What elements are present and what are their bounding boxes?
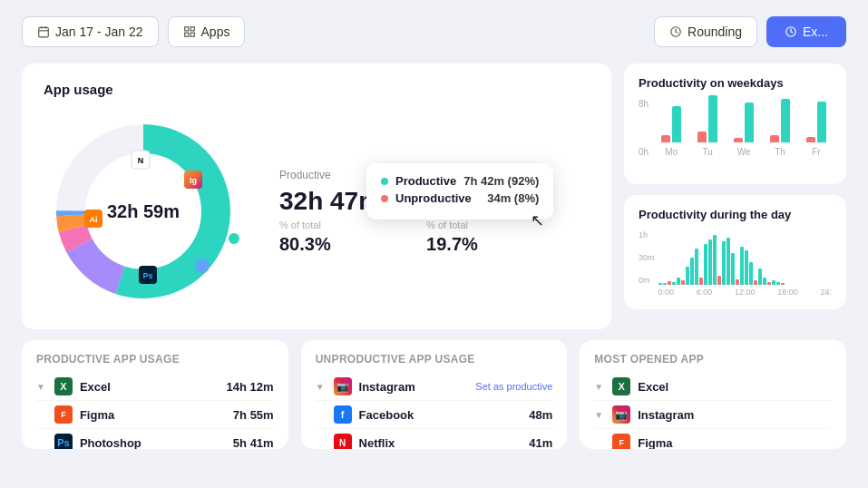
apps-button[interactable]: Apps (168, 16, 246, 47)
most-excel-name: Excel (638, 380, 832, 394)
we-productive-bar (745, 102, 754, 142)
day-x-labels: 0:00 6:00 12:00 18:00 24: (658, 288, 832, 297)
chevron-down-icon-4: ▼ (594, 382, 603, 392)
export-button[interactable]: Ex... (766, 16, 846, 47)
figma-app-name: Figma (80, 408, 226, 422)
bar-group-we: We (728, 102, 759, 157)
weekday-chart-card: Productivity on weekdays 8h 0h Mo (624, 63, 846, 184)
most-opened-figma: ▼ F Figma (594, 429, 832, 449)
grid-icon (183, 25, 196, 38)
list-item-instagram: ▼ 📷 Instagram Set as productive (316, 373, 553, 401)
facebook-app-name: Facebook (359, 408, 522, 422)
tu-unproductive-bar (697, 132, 707, 142)
facebook-time: 48m (529, 408, 552, 422)
most-opened-excel: ▼ X Excel (594, 373, 832, 401)
weekday-bars: Mo Tu (656, 99, 832, 171)
donut-center-time: 32h 59m (107, 201, 180, 222)
ps-spacer: ▼ (36, 438, 45, 448)
unproductive-apps-title: Unproductive app usage (316, 353, 553, 366)
bar-group-mo: Mo (656, 106, 687, 157)
mo-label: Mo (665, 147, 678, 157)
date-range-label: Jan 17 - Jan 22 (55, 24, 143, 39)
most-figma-name: Figma (638, 436, 832, 450)
tooltip-unproductive-row: Unproductive 34m (8%) (381, 191, 539, 205)
list-item-photoshop: ▼ Ps Photoshop 5h 41m (36, 429, 274, 449)
rounding-label: Rounding (688, 24, 742, 39)
bottom-row: Productive app usage ▼ X Excel 14h 12m ▼… (0, 340, 868, 449)
list-item-figma: ▼ F Figma 7h 55m (36, 401, 274, 429)
mo-productive-bar (672, 106, 681, 142)
svg-point-24 (195, 259, 210, 273)
svg-text:N: N (138, 156, 144, 165)
svg-text:Ig: Ig (190, 176, 197, 185)
main-grid: App usage (0, 63, 868, 329)
tu-productive-bar (708, 95, 717, 142)
day-bars-inner (658, 230, 832, 285)
weekday-y-labels: 8h 0h (639, 99, 649, 171)
tooltip-productive-dot (381, 178, 388, 185)
fr-label: Fr (812, 147, 820, 157)
export-label: Ex... (803, 24, 828, 39)
rounding-icon (669, 25, 682, 38)
topbar-right: Rounding Ex... (654, 16, 846, 47)
th-productive-bar (781, 99, 790, 142)
tooltip-unproductive-dot (381, 195, 388, 202)
donut-chart: N Ig Ai Ps (44, 112, 243, 311)
calendar-icon (37, 25, 50, 38)
most-instagram-icon: 📷 (612, 405, 630, 424)
app-usage-card: App usage (22, 63, 611, 329)
we-label: We (737, 147, 751, 157)
right-panel: Productivity on weekdays 8h 0h Mo (624, 63, 846, 329)
set-productive-button[interactable]: Set as productive (475, 381, 552, 392)
day-chart-inner: 1h 30m 0m (639, 230, 832, 297)
photoshop-time: 5h 41m (233, 436, 274, 450)
fr-unproductive-bar (806, 137, 815, 142)
productive-apps-card: Productive app usage ▼ X Excel 14h 12m ▼… (22, 340, 288, 449)
most-opened-card: Most opened app ▼ X Excel ▼ 📷 Instagram … (580, 340, 846, 449)
photoshop-app-name: Photoshop (80, 436, 226, 450)
day-bars (658, 230, 832, 285)
tooltip-productive-label: Productive (395, 174, 456, 188)
date-range-button[interactable]: Jan 17 - Jan 22 (22, 16, 159, 47)
netflix-time: 41m (529, 436, 552, 450)
svg-point-25 (229, 233, 239, 244)
day-y-labels: 1h 30m 0m (639, 230, 655, 285)
mo-unproductive-bar (661, 135, 670, 142)
svg-text:Ps: Ps (142, 271, 152, 280)
we-unproductive-bar (734, 138, 743, 142)
instagram-app-name: Instagram (359, 380, 469, 394)
chevron-down-icon-5: ▼ (594, 410, 603, 420)
apps-label: Apps (201, 24, 230, 39)
tooltip-unproductive-val: 34m (8%) (487, 191, 539, 205)
topbar: Jan 17 - Jan 22 Apps Rounding Ex... (0, 0, 868, 63)
svg-rect-0 (39, 27, 49, 36)
excel-time: 14h 12m (227, 380, 274, 394)
most-excel-icon: X (612, 377, 630, 395)
svg-rect-5 (190, 27, 194, 31)
most-opened-title: Most opened app (594, 353, 832, 366)
unproductive-apps-card: Unproductive app usage ▼ 📷 Instagram Set… (301, 340, 568, 449)
tooltip-productive-val: 7h 42m (92%) (463, 174, 539, 188)
cursor-icon: ↖ (531, 210, 544, 230)
tooltip-unproductive-label: Unproductive (395, 191, 480, 205)
unproductive-pct-label: % of total (426, 220, 514, 230)
chevron-down-icon-3: ▼ (316, 382, 325, 392)
photoshop-icon: Ps (54, 434, 73, 449)
bar-group-fr: Fr (801, 102, 832, 157)
chevron-down-icon: ▼ (36, 382, 45, 392)
figma-time: 7h 55m (233, 408, 274, 422)
tu-label: Tu (702, 147, 712, 157)
th-unproductive-bar (770, 135, 779, 142)
list-item-facebook: ▼ f Facebook 48m (316, 401, 553, 429)
netflix-icon: N (334, 434, 352, 449)
fb-spacer: ▼ (316, 410, 325, 420)
svg-rect-7 (190, 33, 194, 36)
nf-spacer: ▼ (316, 438, 325, 448)
day-chart-card: Productivity during the day 1h 30m 0m (624, 195, 846, 309)
instagram-icon: 📷 (334, 377, 352, 395)
facebook-icon: f (334, 405, 352, 424)
svg-text:Ai: Ai (90, 215, 98, 224)
svg-rect-6 (184, 33, 188, 36)
rounding-button[interactable]: Rounding (654, 16, 757, 47)
app-usage-title: App usage (44, 82, 590, 97)
